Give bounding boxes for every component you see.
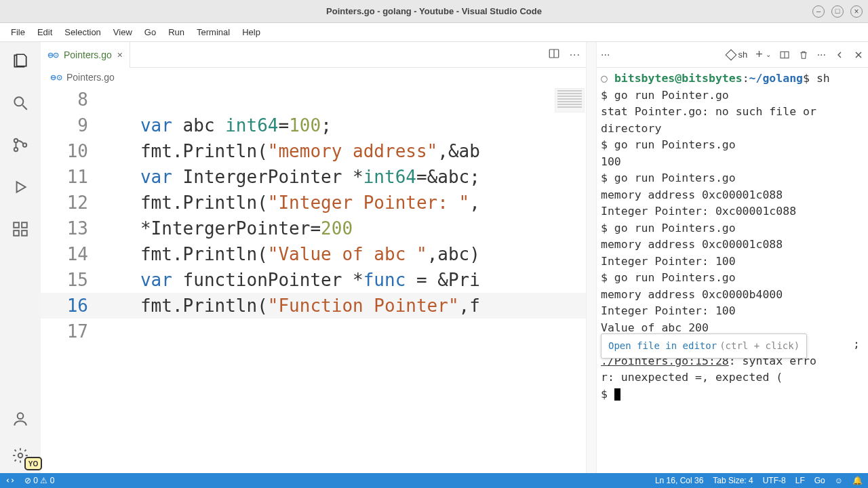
code-content: var functionPointer *func = &Pri: [108, 267, 480, 293]
svg-line-1: [22, 105, 27, 110]
status-feedback-icon[interactable]: ☺: [835, 476, 843, 485]
account-icon[interactable]: [11, 409, 30, 428]
line-number: 8: [41, 87, 108, 113]
svg-rect-9: [22, 230, 27, 236]
go-icon: ⊖⊙: [50, 73, 62, 82]
code-content: fmt.Println("memory address",&ab: [108, 138, 480, 164]
breadcrumb-label: Pointers.go: [66, 72, 115, 83]
code-line[interactable]: 12 fmt.Println("Integer Pointer: ",: [41, 190, 586, 216]
close-button[interactable]: ×: [850, 5, 863, 18]
terminal-toolbar: ··· sh + ⌄ ···: [597, 42, 868, 68]
svg-point-0: [14, 97, 23, 106]
code-line[interactable]: 9 var abc int64=100;: [41, 113, 586, 138]
svg-marker-5: [17, 182, 26, 192]
terminal-shell-label[interactable]: sh: [727, 49, 747, 60]
terminal-output[interactable]: ○ bitsbytes@bitsbytes:~/golang$ sh$ go r…: [597, 68, 868, 473]
code-editor[interactable]: 89 var abc int64=100;10 fmt.Println("mem…: [41, 87, 586, 473]
code-content: fmt.Println("Integer Pointer: ",: [108, 190, 480, 216]
tab-pointers-go[interactable]: ⊖⊙ Pointers.go ×: [41, 42, 130, 68]
kill-terminal-icon[interactable]: [798, 49, 809, 60]
tooltip-hint: (ctrl + click): [719, 338, 800, 354]
line-number: 10: [41, 138, 108, 164]
tab-close-icon[interactable]: ×: [117, 49, 123, 60]
tooltip-link: Open file in editor: [608, 338, 717, 354]
status-tabsize[interactable]: Tab Size: 4: [713, 476, 753, 485]
terminal-prev-icon[interactable]: [834, 49, 845, 60]
line-number: 11: [41, 164, 108, 190]
editor-area: ⊖⊙ Pointers.go × ··· ⊖⊙ Pointers.go 89 v…: [41, 42, 586, 473]
code-line[interactable]: 16 fmt.Println("Function Pointer",f: [41, 293, 586, 319]
breadcrumb[interactable]: ⊖⊙ Pointers.go: [41, 68, 586, 87]
terminal-close-icon[interactable]: [853, 49, 864, 60]
shell-icon: [726, 49, 737, 60]
code-line[interactable]: 10 fmt.Println("memory address",&ab: [41, 138, 586, 164]
svg-point-3: [14, 148, 18, 151]
code-line[interactable]: 15 var functionPointer *func = &Pri: [41, 267, 586, 293]
more-actions-icon[interactable]: ···: [570, 49, 580, 61]
status-position[interactable]: Ln 16, Col 36: [655, 476, 703, 485]
menu-file[interactable]: File: [5, 26, 31, 39]
terminal-more-icon[interactable]: ···: [601, 49, 610, 61]
line-number: 16: [41, 293, 108, 319]
minimize-button[interactable]: –: [812, 5, 825, 18]
remote-icon[interactable]: [5, 476, 15, 486]
status-bell-icon[interactable]: 🔔: [852, 476, 863, 485]
status-language[interactable]: Go: [814, 476, 825, 485]
split-editor-icon[interactable]: [548, 47, 560, 62]
search-icon[interactable]: [11, 94, 30, 113]
terminal-overflow-icon[interactable]: ···: [817, 49, 826, 61]
titlebar: Pointers.go - golang - Youtube - Visual …: [0, 0, 868, 23]
code-content: fmt.Println("Value of abc ",abc): [108, 241, 480, 267]
menu-view[interactable]: View: [108, 26, 138, 39]
code-line[interactable]: 8: [41, 87, 586, 113]
line-number: 15: [41, 267, 108, 293]
explorer-icon[interactable]: [11, 52, 30, 70]
line-number: 13: [41, 216, 108, 241]
code-content: *IntergerPointer=200: [108, 216, 353, 241]
split-terminal-icon[interactable]: [779, 49, 790, 60]
code-line[interactable]: 11 var IntergerPointer *int64=&abc;: [41, 164, 586, 190]
window-title: Pointers.go - golang - Youtube - Visual …: [326, 6, 542, 16]
menu-edit[interactable]: Edit: [32, 26, 58, 39]
yo-badge: YO: [24, 457, 42, 470]
code-content: fmt.Println("Function Pointer",f: [108, 293, 480, 319]
status-problems[interactable]: ⊘ 0 ⚠ 0: [24, 476, 54, 485]
menu-run[interactable]: Run: [163, 26, 190, 39]
status-eol[interactable]: LF: [795, 476, 805, 485]
tab-label: Pointers.go: [64, 49, 112, 60]
svg-point-4: [23, 143, 26, 146]
terminal-dropdown-icon[interactable]: ⌄: [766, 51, 771, 58]
menu-go[interactable]: Go: [139, 26, 161, 39]
code-line[interactable]: 14 fmt.Println("Value of abc ",abc): [41, 241, 586, 267]
svg-rect-6: [14, 222, 19, 228]
svg-point-2: [14, 139, 18, 142]
editor-actions: ···: [548, 47, 580, 62]
maximize-button[interactable]: □: [831, 5, 844, 18]
line-number: 9: [41, 113, 108, 138]
open-file-tooltip: Open file in editor (ctrl + click): [601, 333, 807, 359]
code-content: var IntergerPointer *int64=&abc;: [108, 164, 480, 190]
activity-bar: [0, 42, 41, 473]
menu-terminal[interactable]: Terminal: [191, 26, 235, 39]
code-line[interactable]: 13 *IntergerPointer=200: [41, 216, 586, 241]
panel-resize-handle[interactable]: [586, 42, 597, 473]
menubar: File Edit Selection View Go Run Terminal…: [0, 23, 868, 42]
terminal-panel: ··· sh + ⌄ ··· ○ bitsbytes@bitsbytes:~/g…: [597, 42, 868, 473]
window-buttons: – □ ×: [812, 5, 863, 18]
main: ⊖⊙ Pointers.go × ··· ⊖⊙ Pointers.go 89 v…: [0, 42, 868, 473]
new-terminal-icon[interactable]: +: [755, 47, 763, 62]
line-number: 17: [41, 319, 108, 344]
source-control-icon[interactable]: [11, 136, 30, 155]
extensions-icon[interactable]: [11, 220, 30, 239]
minimap[interactable]: [555, 88, 585, 113]
svg-rect-7: [22, 222, 27, 228]
status-bar: ⊘ 0 ⚠ 0 Ln 16, Col 36 Tab Size: 4 UTF-8 …: [0, 473, 868, 488]
code-line[interactable]: 17: [41, 319, 586, 344]
svg-point-11: [18, 453, 23, 458]
run-debug-icon[interactable]: [11, 178, 30, 197]
menu-selection[interactable]: Selection: [59, 26, 106, 39]
menu-help[interactable]: Help: [237, 26, 266, 39]
line-number: 12: [41, 190, 108, 216]
tab-bar: ⊖⊙ Pointers.go × ···: [41, 42, 586, 68]
status-encoding[interactable]: UTF-8: [763, 476, 786, 485]
